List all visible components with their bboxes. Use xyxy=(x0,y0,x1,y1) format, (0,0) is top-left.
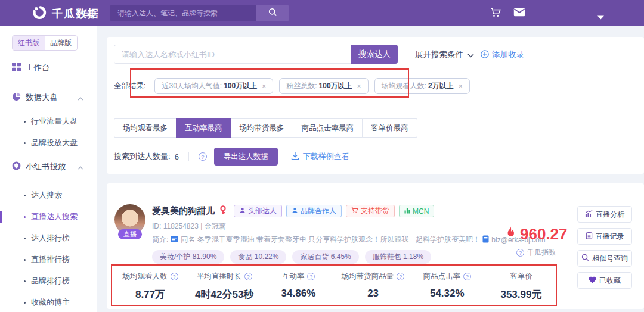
chevron-down-icon xyxy=(467,51,474,60)
name-row: 爱臭美的狗甜儿 头部达人 品牌合作人 xyxy=(152,205,546,217)
stat-label: 场均带货商品量 xyxy=(342,272,394,282)
expand-conditions-label: 展开搜索条件 xyxy=(415,49,463,60)
section-divider xyxy=(107,107,644,107)
category-pill: 家居百货 6.45% xyxy=(292,250,358,264)
sidebar-item-brand-campaign-dashboard[interactable]: 品牌投放大盘 xyxy=(0,137,97,149)
help-icon[interactable]: ? xyxy=(244,273,252,280)
remove-filter-icon[interactable]: × xyxy=(262,82,266,91)
stat-avg-viewers: 场均观看人数? 8.77万 xyxy=(113,272,187,301)
index-value: 960.27 xyxy=(520,225,568,244)
bio-row: 简介: 同名 冬季混干夏季混油 带着牙套整牙中 只分享科学护肤观念！所以跟我一起… xyxy=(152,235,546,245)
action-label: 直播分析 xyxy=(596,210,624,220)
remove-filter-icon[interactable]: × xyxy=(357,82,361,91)
mail-icon[interactable] xyxy=(513,8,525,19)
filter-tag[interactable]: 场均观看人数: 2万以上 × xyxy=(374,78,470,94)
action-label: 已收藏 xyxy=(599,276,621,286)
category-pill: 服饰鞋包 1.18% xyxy=(365,250,431,264)
sidebar-item-label: 直播排行榜 xyxy=(31,254,70,265)
sidebar-item-talent-search[interactable]: 达人搜索 xyxy=(0,189,97,201)
person-icon xyxy=(239,207,246,216)
sidebar-item-label: 达人搜索 xyxy=(31,190,62,201)
sidebar-item-brand-ranking[interactable]: 品牌排行榜 xyxy=(0,275,97,287)
live-badge[interactable]: 直播 xyxy=(118,229,142,239)
stat-label: 平均直播时长 xyxy=(197,272,242,282)
remove-filter-icon[interactable]: × xyxy=(459,82,463,91)
filter-value: 100万以上 xyxy=(319,81,352,91)
talent-search-input[interactable] xyxy=(114,45,351,64)
cart-icon[interactable] xyxy=(490,8,501,20)
filter-name: 粉丝总数: xyxy=(286,81,317,91)
category-pill: 食品 10.22% xyxy=(230,250,286,264)
tab-highest-click-rate[interactable]: 商品点击率最高 xyxy=(293,118,363,138)
result-count: 6 xyxy=(175,152,179,161)
edition-brand[interactable]: 品牌版 xyxy=(45,36,77,50)
grid-icon xyxy=(12,63,21,73)
stat-value: 4时42分53秒 xyxy=(187,288,261,301)
filter-tag[interactable]: 近30天场均人气值: 100万以上 × xyxy=(154,78,273,94)
index-label-row: ? 千瓜指数 xyxy=(505,248,568,258)
stat-value: 54.32% xyxy=(410,288,484,299)
search-icon xyxy=(581,254,589,263)
results-label: 全部结果: xyxy=(114,81,145,91)
stat-avg-products: 场均带货商品量? 23 xyxy=(336,272,410,301)
badge-label: 头部达人 xyxy=(248,206,277,216)
help-icon[interactable]: ? xyxy=(397,273,404,280)
tab-highest-interaction[interactable]: 互动率最高 xyxy=(176,118,231,138)
download-sample-link[interactable]: 下载样例查看 xyxy=(291,151,349,162)
search-icon xyxy=(268,8,277,18)
cart-icon xyxy=(351,207,358,216)
analytics-icon xyxy=(585,210,593,219)
pie-chart-icon xyxy=(12,92,21,103)
top-navbar: 千瓜数据 xyxy=(0,0,644,26)
live-records-button[interactable]: 直播记录 xyxy=(577,228,632,245)
sidebar-item-live-talent-search[interactable]: 直播达人搜索 xyxy=(0,211,97,223)
stat-interaction-rate: 互动率? 34.86% xyxy=(261,272,335,301)
help-icon[interactable]: ? xyxy=(516,249,524,257)
bar-chart-icon xyxy=(404,207,410,216)
filter-name: 场均观看人数: xyxy=(382,81,426,91)
edition-toggle: 红书版 品牌版 xyxy=(12,35,78,51)
similar-accounts-button[interactable]: 相似号查询 xyxy=(577,250,632,267)
search-panel: 搜索达人 展开搜索条件 添加收录 全部结果: 近30天场均人气值: 100万以上… xyxy=(107,37,644,174)
sidebar-item-label: 达人排行榜 xyxy=(31,233,70,244)
sidebar-item-favorite-bloggers[interactable]: 收藏的博主 xyxy=(0,297,97,308)
badge-brand-partner: 品牌合作人 xyxy=(286,205,342,217)
result-count-label: 搜索到达人数量: xyxy=(114,151,171,162)
user-menu-caret-icon[interactable] xyxy=(597,11,604,22)
sort-tabs: 场均观看最多 互动率最高 场均带货最多 商品点击率最高 客单价最高 xyxy=(114,118,417,138)
action-label: 相似号查询 xyxy=(592,254,628,264)
action-buttons: 直播分析 直播记录 相似号查询 已收藏 xyxy=(577,206,632,289)
add-record-link[interactable]: 添加收录 xyxy=(481,49,524,60)
edition-redbook[interactable]: 红书版 xyxy=(13,36,45,50)
sidebar-item-live-ranking[interactable]: 直播排行榜 xyxy=(0,254,97,266)
tab-most-avg-views[interactable]: 场均观看最多 xyxy=(114,118,177,138)
global-search-button[interactable] xyxy=(256,5,289,21)
collapse-sidebar-icon[interactable] xyxy=(83,8,95,20)
influencer-name[interactable]: 爱臭美的狗甜儿 xyxy=(152,205,215,217)
help-icon[interactable]: ? xyxy=(307,273,315,280)
sidebar-section-data-dashboard[interactable]: 数据大盘 xyxy=(0,92,97,104)
global-search xyxy=(110,5,289,21)
id-label: ID: xyxy=(152,222,161,230)
sidebar-item-industry-traffic[interactable]: 行业流量大盘 xyxy=(0,116,97,127)
expand-conditions[interactable]: 展开搜索条件 xyxy=(415,49,474,60)
sidebar-item-workbench[interactable]: 工作台 xyxy=(0,62,97,74)
global-search-input[interactable] xyxy=(110,5,256,21)
sidebar-item-talent-ranking[interactable]: 达人排行榜 xyxy=(0,232,97,244)
index-value-row: 960.27 xyxy=(505,225,568,244)
search-talent-button[interactable]: 搜索达人 xyxy=(351,45,398,64)
pipe-separator: | xyxy=(200,222,202,230)
sidebar-item-label: 工作台 xyxy=(26,63,50,73)
chevron-up-icon xyxy=(78,163,83,171)
help-icon[interactable]: ? xyxy=(171,273,178,280)
filter-tag[interactable]: 粉丝总数: 100万以上 × xyxy=(279,78,368,94)
help-icon[interactable]: ? xyxy=(199,152,207,161)
tab-highest-unit-price[interactable]: 客单价最高 xyxy=(362,118,417,138)
tab-most-avg-sales[interactable]: 场均带货最多 xyxy=(231,118,293,138)
help-icon[interactable]: ? xyxy=(463,273,471,280)
export-data-button[interactable]: 导出达人数据 xyxy=(214,148,278,166)
sidebar-section-xhs-campaign[interactable]: 小红书投放 xyxy=(0,161,97,173)
favorited-button[interactable]: 已收藏 xyxy=(577,272,632,289)
stat-label: 商品点击率 xyxy=(423,272,461,282)
live-analysis-button[interactable]: 直播分析 xyxy=(577,206,632,223)
